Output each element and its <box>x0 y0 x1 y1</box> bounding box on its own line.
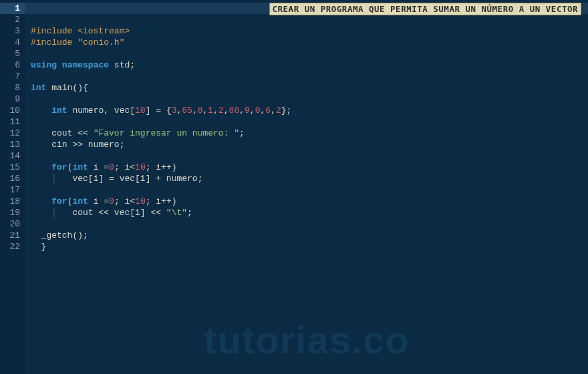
keyword: namespace <box>62 60 109 70</box>
number: 88 <box>229 106 240 116</box>
number: 65 <box>182 106 192 116</box>
number: 2 <box>276 106 281 116</box>
line-number: 15 <box>8 162 20 173</box>
identifier: cin >> numero; <box>51 140 124 150</box>
code-line[interactable]: _getch(); <box>25 230 588 241</box>
number: 8 <box>198 106 203 116</box>
number: 0 <box>109 162 114 172</box>
code-line[interactable] <box>25 14 588 25</box>
code-line[interactable] <box>25 71 588 82</box>
keyword: using <box>31 60 57 70</box>
number: 6 <box>265 106 271 116</box>
number: 9 <box>245 106 250 116</box>
keyword: int <box>51 106 67 116</box>
line-number: 11 <box>8 116 20 128</box>
code-line[interactable]: │ cout << vec[i] << "\t"; <box>25 207 588 218</box>
number: 1 <box>208 106 213 116</box>
keyword: for <box>51 162 67 172</box>
line-number: 21 <box>8 230 20 241</box>
preprocessor: #include <box>31 26 78 36</box>
code-line[interactable] <box>25 150 588 162</box>
line-number: 3 <box>8 25 20 37</box>
line-number-gutter: 1 2 3 4 5 6 7 8 9 10 11 12 13 14 15 16 1… <box>0 0 25 374</box>
include-header: "conio.h" <box>78 37 124 47</box>
code-editor: 1 2 3 4 5 6 7 8 9 10 11 12 13 14 15 16 1… <box>0 0 588 374</box>
code-line[interactable]: int numero, vec[10] = {3,65,8,1,2,88,9,0… <box>25 105 588 116</box>
string-literal: "Favor ingresar un numero: " <box>94 128 239 138</box>
keyword: int <box>31 83 46 93</box>
line-number: 13 <box>8 139 20 150</box>
line-number: 18 <box>8 196 20 207</box>
line-number: 6 <box>8 59 20 71</box>
number: 10 <box>135 196 146 206</box>
line-number: 8 <box>8 82 20 94</box>
code-line[interactable]: #include "conio.h" <box>25 37 588 48</box>
code-line[interactable]: using namespace std; <box>25 59 588 71</box>
include-header: <iostream> <box>78 26 130 36</box>
number: 3 <box>172 106 177 116</box>
number: 0 <box>109 196 114 206</box>
line-number: 16 <box>8 173 20 184</box>
identifier: vec[i] = vec[i] + numero; <box>72 174 202 184</box>
line-number: 5 <box>8 48 20 59</box>
number: 2 <box>218 106 224 116</box>
identifier: i = <box>94 196 109 206</box>
code-line[interactable]: cin >> numero; <box>25 139 588 150</box>
keyword: for <box>51 196 67 206</box>
line-number: 2 <box>8 14 20 25</box>
code-line[interactable]: for(int i =0; i<10; i++) <box>25 196 588 207</box>
identifier: numero, vec[ <box>72 106 135 116</box>
code-line[interactable]: } <box>25 241 588 252</box>
line-number: 9 <box>8 94 20 105</box>
code-line[interactable] <box>25 116 588 128</box>
preprocessor: #include <box>31 37 78 47</box>
line-number: 12 <box>8 128 20 139</box>
line-number: 1 <box>0 3 25 14</box>
code-line[interactable] <box>25 184 588 196</box>
identifier: cout << vec[i] << <box>72 208 166 218</box>
identifier: cout << <box>51 128 93 138</box>
line-number: 17 <box>8 184 20 196</box>
code-line[interactable]: cout << "Favor ingresar un numero: "; <box>25 128 588 139</box>
code-area[interactable]: CREAR UN PROGRAMA QUE PERMITA SUMAR UN N… <box>25 0 588 374</box>
string-literal: "\t" <box>166 208 187 218</box>
code-line[interactable]: for(int i =0; i<10; i++) <box>25 162 588 173</box>
line-number: 14 <box>8 150 20 162</box>
keyword: int <box>72 196 88 206</box>
line-number: 22 <box>8 241 20 252</box>
watermark: tutorias.co <box>204 317 410 362</box>
line-number: 19 <box>8 207 20 218</box>
code-line[interactable] <box>25 48 588 59</box>
identifier: i = <box>94 162 109 172</box>
line-number: 7 <box>8 71 20 82</box>
title-banner: CREAR UN PROGRAMA QUE PERMITA SUMAR UN N… <box>269 3 581 15</box>
number: 10 <box>135 106 146 116</box>
keyword: int <box>72 162 88 172</box>
identifier: _getch(); <box>41 230 88 240</box>
line-number: 20 <box>8 218 20 230</box>
code-line[interactable]: │ vec[i] = vec[i] + numero; <box>25 173 588 184</box>
code-line[interactable]: #include <iostream> <box>25 25 588 37</box>
line-number: 10 <box>8 105 20 116</box>
code-line[interactable] <box>25 218 588 230</box>
function-name: main <box>51 83 72 93</box>
identifier: std <box>114 60 130 70</box>
line-number: 4 <box>8 37 20 48</box>
number: 10 <box>135 162 146 172</box>
code-line[interactable]: int main(){ <box>25 82 588 94</box>
code-line[interactable] <box>25 94 588 105</box>
